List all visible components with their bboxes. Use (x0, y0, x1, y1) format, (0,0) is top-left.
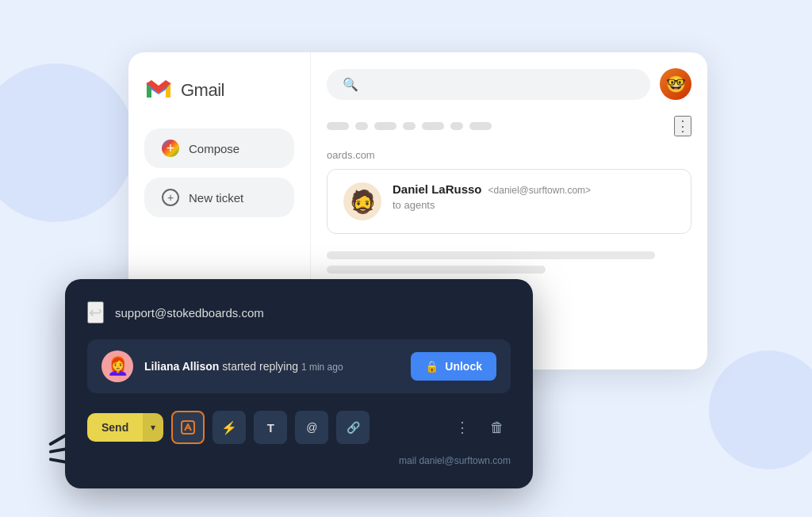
sender-name: Daniel LaRusso (393, 182, 482, 196)
gmail-toolbar-dots: ⋮ (327, 116, 691, 136)
unlock-button[interactable]: 🔒 Unlock (411, 352, 496, 381)
sender-email-address: <daniel@surftown.com> (488, 185, 592, 196)
back-button[interactable]: ↩ (87, 301, 104, 324)
compose-label: Compose (189, 142, 239, 155)
scene: Gmail + Compose + New ticket 🔍 🤓 (65, 29, 747, 488)
more-toolbar-button[interactable]: ⋮ (449, 416, 476, 439)
support-email: support@stokedboards.com (115, 306, 264, 320)
send-button[interactable]: Send (87, 413, 143, 442)
gmail-logo-icon (144, 76, 173, 105)
agent-avatar: 👩‍🦰 (102, 350, 133, 382)
new-ticket-label: New ticket (189, 191, 243, 205)
gmail-top-bar: 🔍 🤓 (327, 68, 691, 100)
bolt-button[interactable]: ⚡ (213, 411, 246, 444)
more-options-button[interactable]: ⋮ (674, 116, 691, 136)
replying-banner: 👩‍🦰 Liliana Allison started replying 1 m… (87, 339, 511, 393)
brand-icon (180, 419, 196, 435)
lock-icon: 🔒 (425, 360, 439, 373)
toolbar-dot (374, 122, 396, 130)
compose-button[interactable]: + Compose (144, 128, 294, 168)
gmail-logo-row: Gmail (144, 76, 294, 105)
sender-line: Daniel LaRusso <daniel@surftown.com> (393, 182, 675, 196)
text-icon: T (267, 421, 274, 435)
sender-avatar: 🧔 (343, 182, 381, 220)
svg-rect-1 (182, 421, 194, 434)
send-button-group: Send ▾ (87, 413, 163, 442)
new-ticket-icon: + (162, 189, 179, 206)
boards-domain-text: oards.com (327, 149, 691, 161)
unlock-label: Unlock (445, 360, 482, 373)
status-text: started replying (222, 360, 298, 373)
email-info: Daniel LaRusso <daniel@surftown.com> to … (393, 182, 675, 211)
toolbar-dot (422, 122, 444, 130)
gmail-search[interactable]: 🔍 (327, 69, 650, 100)
email-preview[interactable]: 🧔 Daniel LaRusso <daniel@surftown.com> t… (327, 169, 691, 234)
gmail-logo-text: Gmail (181, 80, 224, 101)
text-format-button[interactable]: T (254, 411, 287, 444)
new-ticket-button[interactable]: + New ticket (144, 178, 294, 217)
email-body-placeholder (327, 251, 691, 274)
dark-panel: ↩ support@stokedboards.com 👩‍🦰 Liliana A… (65, 279, 533, 488)
bolt-icon: ⚡ (221, 420, 237, 435)
toolbar-dot (450, 122, 463, 130)
toolbar-dot (355, 122, 368, 130)
toolbar-dot (403, 122, 416, 130)
footer-text: mail daniel@surftown.com (87, 455, 511, 466)
reply-toolbar: Send ▾ ⚡ T @ 🔗 (87, 411, 511, 444)
placeholder-line (327, 266, 546, 274)
placeholder-line (327, 251, 655, 259)
link-button[interactable]: 🔗 (336, 411, 370, 444)
mention-button[interactable]: @ (295, 411, 328, 444)
link-icon: 🔗 (347, 421, 360, 434)
compose-plus-icon: + (162, 140, 179, 157)
replying-text: Liliana Allison started replying 1 min a… (144, 360, 400, 373)
brand-icon-button[interactable] (171, 411, 205, 444)
delete-button[interactable]: 🗑 (484, 416, 511, 439)
toolbar-dot (469, 122, 492, 130)
user-avatar[interactable]: 🤓 (660, 68, 691, 100)
toolbar-dot (327, 122, 349, 130)
agent-name: Liliana Allison (144, 360, 219, 373)
search-icon: 🔍 (343, 77, 358, 92)
send-chevron-button[interactable]: ▾ (143, 413, 163, 442)
mention-icon: @ (306, 421, 317, 434)
time-ago: 1 min ago (301, 362, 343, 373)
email-to: to agents (393, 199, 675, 211)
dark-panel-header: ↩ support@stokedboards.com (87, 301, 511, 324)
